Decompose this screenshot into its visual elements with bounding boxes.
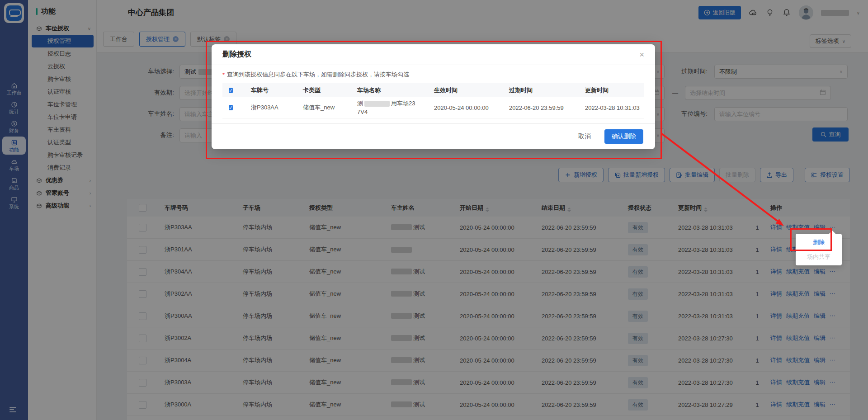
lot-name-cell: 测用车场23 7V4 bbox=[353, 99, 429, 117]
effective-cell: 2020-05-24 00:00:00 bbox=[429, 104, 505, 111]
plate-cell: 浙P303AA bbox=[246, 104, 298, 112]
modal-table: ✓ 车牌号 卡类型 车场名称 生效时间 过期时间 更新时间 ✓ 浙P303AA … bbox=[222, 83, 644, 118]
modal-table-row: ✓ 浙P303AA 储值车_new 测用车场23 7V4 2020-05-24 … bbox=[222, 97, 644, 118]
row-context-menu: 删除 场内共享 bbox=[796, 234, 842, 265]
menu-item-delete[interactable]: 删除 bbox=[796, 235, 842, 250]
delete-auth-modal: 删除授权 × * 查询到该授权信息同步在以下车场，如需删除同步授权，请按车场勾选… bbox=[212, 44, 655, 149]
modal-header: 删除授权 × bbox=[212, 44, 655, 65]
modal-title: 删除授权 bbox=[222, 50, 251, 59]
menu-item-share[interactable]: 场内共享 bbox=[796, 250, 842, 264]
required-asterisk: * bbox=[222, 71, 225, 78]
modal-close-icon[interactable]: × bbox=[639, 51, 644, 59]
modal-footer: 取消 确认删除 bbox=[212, 123, 655, 149]
cancel-button[interactable]: 取消 bbox=[576, 132, 594, 141]
modal-body: * 查询到该授权信息同步在以下车场，如需删除同步授权，请按车场勾选 ✓ 车牌号 … bbox=[212, 65, 655, 118]
blurred-text bbox=[364, 101, 390, 107]
select-all-checkbox-checked[interactable]: ✓ bbox=[229, 88, 233, 93]
expire-cell: 2022-06-20 23:59:59 bbox=[505, 104, 580, 111]
modal-table-header: ✓ 车牌号 卡类型 车场名称 生效时间 过期时间 更新时间 bbox=[222, 83, 644, 97]
row-checkbox-checked[interactable]: ✓ bbox=[229, 105, 233, 110]
updated-cell: 2022-03-28 10:31:03 bbox=[580, 104, 644, 111]
screenshot-root: 工作台 统计 财务 功能 车场 bbox=[0, 0, 868, 420]
card-type-cell: 储值车_new bbox=[298, 104, 353, 112]
confirm-delete-button[interactable]: 确认删除 bbox=[604, 129, 643, 144]
modal-notice: * 查询到该授权信息同步在以下车场，如需删除同步授权，请按车场勾选 bbox=[222, 71, 644, 79]
